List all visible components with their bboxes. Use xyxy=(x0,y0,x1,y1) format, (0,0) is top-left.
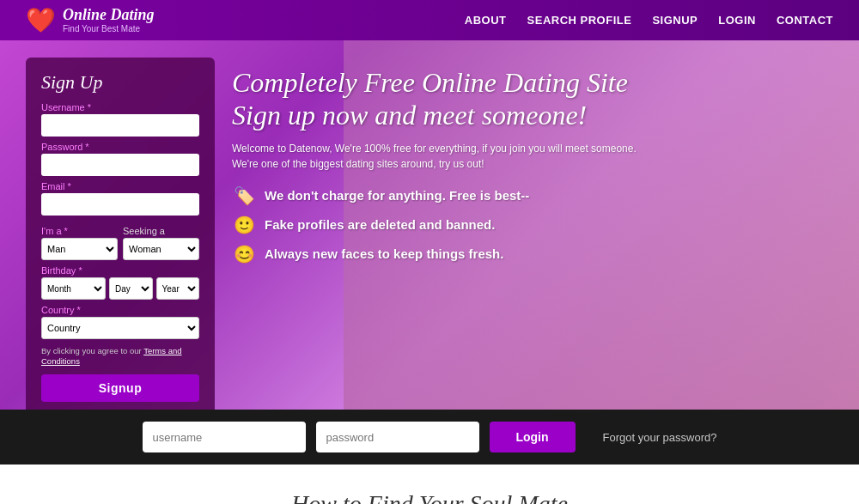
header: ❤️ Online Dating Find Your Best Mate ABO… xyxy=(0,0,859,40)
free-icon: 🏷️ xyxy=(232,185,256,206)
birthday-label: Birthday * xyxy=(41,265,199,276)
fake-profiles-icon: 🙂 xyxy=(232,215,256,235)
signup-heading: Sign Up xyxy=(41,71,199,94)
terms-text: By clicking you agree to our Terms and C… xyxy=(41,346,199,367)
nav-contact[interactable]: CONTACT xyxy=(777,14,833,27)
below-heading: How to Find Your Soul Mate xyxy=(0,490,859,504)
seeking-col: Seeking a Woman Man xyxy=(123,221,199,260)
feature-item-1: 🏷️ We don't charge for anything. Free is… xyxy=(232,185,644,206)
email-label: Email * xyxy=(41,181,199,191)
email-input[interactable] xyxy=(41,193,199,216)
logo-icon: ❤️ xyxy=(26,6,56,34)
im-a-select[interactable]: Man Woman xyxy=(41,238,118,260)
password-input[interactable] xyxy=(41,154,199,176)
forgot-password-link[interactable]: Forgot your password? xyxy=(603,431,717,444)
logo-title: Online Dating xyxy=(63,7,155,24)
nav-signup[interactable]: SIGNUP xyxy=(652,14,698,27)
feature-text-1: We don't charge for anything. Free is be… xyxy=(265,188,529,203)
hero-subtext: Welcome to Datenow, We're 100% free for … xyxy=(232,141,644,172)
login-password-input[interactable] xyxy=(316,422,479,452)
feature-item-2: 🙂 Fake profiles are deleted and banned. xyxy=(232,215,644,235)
below-section: How to Find Your Soul Mate xyxy=(0,465,859,504)
month-select[interactable]: Month JanuaryFebruaryMarch AprilMayJune … xyxy=(41,277,106,300)
country-label: Country * xyxy=(41,305,199,315)
signup-button[interactable]: Signup xyxy=(41,374,199,402)
year-select[interactable]: Year xyxy=(156,277,200,300)
nav-login[interactable]: LOGIN xyxy=(718,14,756,27)
hero-section: Sign Up Username * Password * Email * I'… xyxy=(0,40,859,410)
seeking-select[interactable]: Woman Man xyxy=(123,238,199,260)
hero-content: Completely Free Online Dating Site Sign … xyxy=(232,66,644,273)
im-a-col: I'm a * Man Woman xyxy=(41,221,118,260)
signup-form: Sign Up Username * Password * Email * I'… xyxy=(26,58,215,410)
password-label: Password * xyxy=(41,142,199,152)
main-nav: ABOUT SEARCH PROFILE SIGNUP LOGIN CONTAC… xyxy=(465,14,833,27)
feature-text-2: Fake profiles are deleted and banned. xyxy=(265,217,495,232)
nav-about[interactable]: ABOUT xyxy=(465,14,507,27)
day-select[interactable]: Day xyxy=(109,277,153,300)
country-select[interactable]: Country xyxy=(41,317,199,339)
feature-text-3: Always new faces to keep things fresh. xyxy=(265,246,503,261)
im-a-label: I'm a * xyxy=(41,226,118,236)
nav-search-profile[interactable]: SEARCH PROFILE xyxy=(527,14,632,27)
logo-tagline: Find Your Best Mate xyxy=(63,24,155,33)
login-button[interactable]: Login xyxy=(490,422,576,452)
birthday-row: Month JanuaryFebruaryMarch AprilMayJune … xyxy=(41,277,199,300)
seeking-label: Seeking a xyxy=(123,226,199,236)
login-username-input[interactable] xyxy=(143,422,306,452)
new-faces-icon: 😊 xyxy=(232,244,256,264)
feature-item-3: 😊 Always new faces to keep things fresh. xyxy=(232,244,644,264)
hero-headline: Completely Free Online Dating Site Sign … xyxy=(232,66,644,132)
username-input[interactable] xyxy=(41,114,199,137)
logo-text: Online Dating Find Your Best Mate xyxy=(63,7,155,33)
login-bar: Login Forgot your password? xyxy=(0,410,859,465)
logo: ❤️ Online Dating Find Your Best Mate xyxy=(26,6,155,34)
username-label: Username * xyxy=(41,102,199,112)
